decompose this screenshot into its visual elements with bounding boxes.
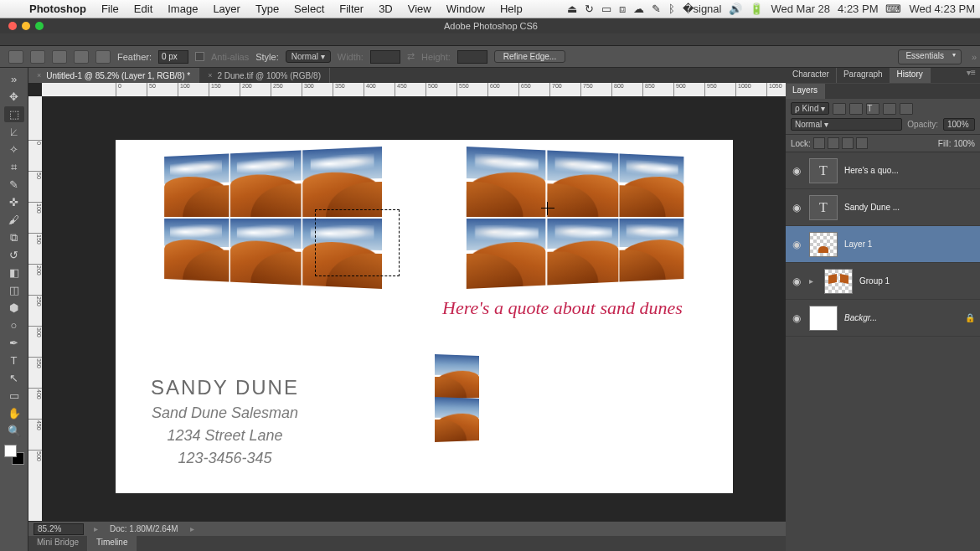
magic-wand-tool[interactable]: ✧ [4, 142, 24, 157]
window-close-button[interactable] [8, 22, 17, 30]
zoom-input[interactable]: 85.2% [34, 523, 84, 535]
type-tool[interactable]: T [4, 353, 24, 368]
history-brush-tool[interactable]: ↺ [4, 247, 24, 263]
close-tab-icon[interactable]: × [37, 71, 41, 80]
lock-all-icon[interactable] [856, 137, 868, 149]
layer-item[interactable]: ◉ Backgr... 🔒 [786, 300, 980, 337]
doc-tab-2[interactable]: × 2 Dune.tif @ 100% (RGB/8) [199, 68, 330, 83]
status-display-icon[interactable]: ▭ [601, 3, 611, 15]
layer-item[interactable]: ◉ ▸ Group 1 [786, 263, 980, 300]
visibility-toggle[interactable]: ◉ [791, 202, 802, 214]
status-nav-icon[interactable]: ▸ [94, 524, 98, 533]
status-doc-size[interactable]: Doc: 1.80M/2.64M [103, 524, 185, 533]
visibility-toggle[interactable]: ◉ [791, 312, 802, 324]
marquee-add-button[interactable] [52, 50, 67, 64]
layer-name[interactable]: Here's a quo... [844, 166, 975, 175]
window-minimize-button[interactable] [22, 22, 30, 30]
menu-help[interactable]: Help [493, 3, 530, 15]
group-toggle-icon[interactable]: ▸ [809, 276, 818, 286]
tool-tab-icon[interactable]: » [4, 71, 24, 87]
filter-pixel-icon[interactable] [833, 103, 846, 115]
zoom-tool[interactable]: 🔍 [4, 423, 24, 439]
layer-name[interactable]: Layer 1 [844, 239, 975, 249]
blur-tool[interactable]: ⬢ [4, 300, 24, 316]
menu-edit[interactable]: Edit [126, 3, 160, 15]
status-dropbox-icon[interactable]: ⧈ [619, 3, 626, 16]
refine-edge-button[interactable]: Refine Edge... [494, 50, 565, 63]
status-date[interactable]: Wed Mar 28 [771, 3, 830, 15]
feather-input[interactable] [158, 50, 188, 64]
menu-view[interactable]: View [400, 3, 439, 15]
status-input-icon[interactable]: ⌨ [885, 3, 901, 15]
pen-tool[interactable]: ✒ [4, 335, 24, 351]
workspace-dropdown[interactable]: Essentials [898, 49, 962, 64]
marquee-intersect-button[interactable] [95, 50, 111, 64]
dodge-tool[interactable]: ○ [4, 317, 24, 333]
hand-tool[interactable]: ✋ [4, 405, 24, 421]
lock-trans-icon[interactable] [813, 137, 825, 149]
timeline-tab[interactable]: Timeline [88, 536, 137, 551]
status-sync-icon[interactable]: ↻ [585, 3, 594, 15]
marquee-tool[interactable]: ⬚ [4, 106, 24, 122]
path-select-tool[interactable]: ↖ [4, 370, 24, 386]
tool-preset-button[interactable] [8, 50, 23, 64]
menu-select[interactable]: Select [286, 3, 332, 15]
marquee-new-button[interactable] [30, 50, 45, 64]
visibility-toggle[interactable]: ◉ [791, 239, 802, 250]
doc-tab-active[interactable]: × Untitled-1 @ 85.2% (Layer 1, RGB/8) * [28, 68, 199, 83]
window-zoom-button[interactable] [35, 22, 44, 30]
status-eject-icon[interactable]: ⏏ [567, 3, 577, 15]
status-evernote-icon[interactable]: ✎ [652, 3, 661, 15]
foreground-color[interactable] [4, 445, 17, 457]
layer-name[interactable]: Backgr... [844, 313, 958, 322]
layer-name[interactable]: Group 1 [859, 276, 975, 286]
blend-mode-dropdown[interactable]: Normal ▾ [791, 118, 902, 131]
status-time2[interactable]: Wed 4:23 PM [909, 3, 975, 15]
shape-tool[interactable]: ▭ [4, 388, 24, 404]
panel-menu-icon[interactable]: ▾≡ [967, 68, 977, 77]
menu-image[interactable]: Image [160, 3, 205, 15]
filter-shape-icon[interactable] [883, 103, 896, 115]
visibility-toggle[interactable]: ◉ [791, 165, 802, 177]
lock-position-icon[interactable] [842, 137, 854, 149]
color-swatches[interactable] [4, 445, 24, 465]
clone-stamp-tool[interactable]: ⧉ [4, 229, 24, 245]
marquee-subtract-button[interactable] [74, 50, 89, 64]
layers-panel-tab[interactable]: Layers [786, 84, 825, 99]
status-cloud-icon[interactable]: ☁ [633, 3, 644, 15]
layer-filter-kind[interactable]: ρ Kind ▾ [791, 102, 829, 115]
status-volume-icon[interactable]: 🔊 [729, 3, 742, 15]
workspace-menu-icon[interactable]: » [968, 52, 980, 62]
menu-file[interactable]: File [94, 3, 126, 15]
filter-adjust-icon[interactable] [849, 103, 863, 115]
brush-tool[interactable]: 🖌 [4, 212, 24, 228]
close-tab-icon[interactable]: × [208, 71, 212, 80]
character-panel-tab[interactable]: Character [786, 68, 837, 83]
layer-item[interactable]: ◉ T Sandy Dune ... [786, 189, 980, 226]
status-bluetooth-icon[interactable]: ᛒ [668, 3, 675, 15]
paragraph-panel-tab[interactable]: Paragraph [837, 68, 890, 83]
move-tool[interactable]: ✥ [4, 89, 24, 105]
eyedropper-tool[interactable]: ✎ [4, 177, 24, 193]
ruler-vertical[interactable]: 050100150200250300350400450500 [28, 96, 42, 521]
canvas[interactable]: Here's a quote about sand dunes SANDY DU… [42, 96, 786, 521]
style-dropdown[interactable]: Normal ▾ [286, 50, 331, 63]
history-panel-tab[interactable]: History [890, 68, 931, 83]
menu-3d[interactable]: 3D [371, 3, 400, 15]
gradient-tool[interactable]: ◫ [4, 282, 24, 298]
lock-icon[interactable]: 🔒 [965, 313, 975, 322]
menu-window[interactable]: Window [439, 3, 493, 15]
lock-pixels-icon[interactable] [828, 137, 839, 149]
layer-item-selected[interactable]: ◉ Layer 1 [786, 226, 980, 263]
filter-type-icon[interactable]: T [866, 103, 879, 115]
mini-bridge-tab[interactable]: Mini Bridge [28, 536, 88, 551]
filter-smart-icon[interactable] [900, 103, 913, 115]
status-battery-icon[interactable]: 🔋 [750, 3, 763, 15]
layer-item[interactable]: ◉ T Here's a quo... [786, 152, 980, 189]
ruler-horizontal[interactable]: 0501001502002503003504004505005506006507… [42, 83, 786, 96]
status-wifi-icon[interactable]: �signal [683, 3, 722, 15]
menu-layer[interactable]: Layer [205, 3, 248, 15]
menu-type[interactable]: Type [248, 3, 286, 15]
menu-filter[interactable]: Filter [332, 3, 371, 15]
visibility-toggle[interactable]: ◉ [791, 276, 802, 287]
